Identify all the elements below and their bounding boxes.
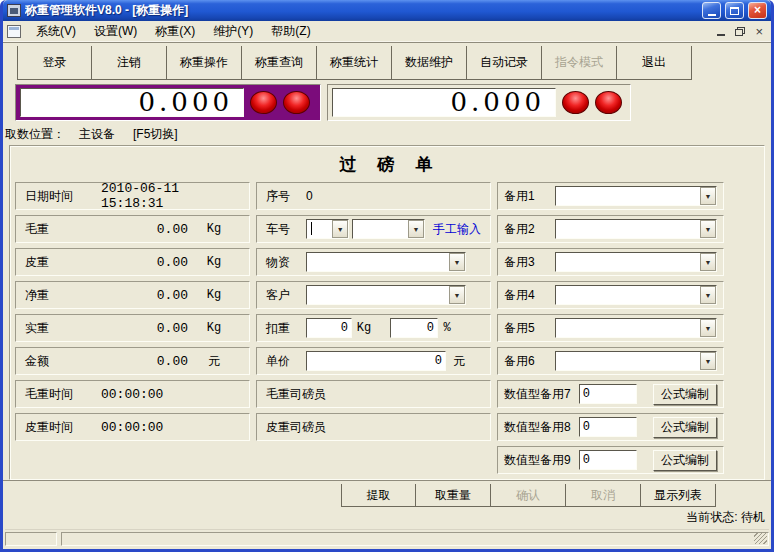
toolbar-button-weigh-statistics[interactable]: 称重统计 (317, 46, 392, 79)
toolbar-button-logout[interactable]: 注销 (92, 46, 167, 79)
spare-5-combo[interactable]: ▼ (555, 318, 717, 338)
toolbar-button-data-maintenance[interactable]: 数据维护 (392, 46, 467, 79)
field-row-numeric-spare-8: 数值型备用8 公式编制 (497, 413, 724, 441)
truck-no-combo-2[interactable]: ▼ (352, 219, 425, 239)
ticket-middle-column: 序号 0 车号 ▼ ▼ 手工输入 物资 (256, 182, 491, 441)
chevron-down-icon: ▼ (700, 253, 716, 271)
spare-1-label: 备用1 (504, 188, 535, 205)
spare-5-combo-field (556, 319, 700, 337)
weight-display-row: 0.000 0.000 (3, 80, 771, 124)
tare-time-label: 皮重时间 (25, 419, 87, 436)
toolbar-button-login[interactable]: 登录 (17, 46, 92, 79)
formula-edit-button-8[interactable]: 公式编制 (653, 417, 717, 438)
footer-button-row: 提取 取重量 确认 取消 显示列表 (3, 480, 771, 507)
field-row-gross-weight: 毛重 0.00 Kg (15, 215, 250, 243)
truck-no-combo-1[interactable]: ▼ (306, 219, 349, 239)
amount-value: 0.00 (87, 354, 188, 369)
serial-value: 0 (306, 189, 313, 203)
chevron-down-icon: ▼ (700, 286, 716, 304)
unit-price-input[interactable] (306, 351, 446, 371)
close-button[interactable]: × (748, 2, 767, 19)
truck-no-label: 车号 (266, 221, 306, 238)
deduction-percent-input[interactable] (390, 318, 438, 338)
main-weight-display-panel: 0.000 (15, 84, 321, 121)
net-weight-label: 净重 (25, 287, 87, 304)
truck-no-combo-1-field (307, 220, 332, 238)
menu-maintenance[interactable]: 维护(Y) (204, 21, 262, 42)
mdi-document-icon[interactable] (7, 25, 21, 38)
field-row-tare-operator: 皮重司磅员 (256, 413, 491, 441)
net-weight-unit: Kg (188, 288, 240, 302)
field-row-spare-1: 备用1 ▼ (497, 182, 724, 210)
footer-button-strip: 提取 取重量 确认 取消 显示列表 (341, 484, 716, 507)
get-weight-button[interactable]: 取重量 (416, 484, 491, 506)
gross-operator-label: 毛重司磅员 (266, 386, 326, 403)
menu-system[interactable]: 系统(V) (27, 21, 85, 42)
main-status-led-2 (283, 91, 310, 114)
resize-grip-icon[interactable] (754, 533, 767, 544)
numeric-spare-7-input[interactable] (579, 384, 637, 404)
deduction-percent-unit: % (438, 321, 456, 335)
amount-label: 金额 (25, 353, 87, 370)
confirm-button: 确认 (491, 484, 566, 506)
current-state-text: 当前状态: 待机 (3, 507, 771, 527)
net-weight-value: 0.00 (87, 288, 188, 303)
main-status-led-1 (250, 91, 277, 114)
source-bar: 取数位置： 主设备 [F5切换] (3, 124, 771, 144)
numeric-spare-9-input[interactable] (579, 450, 637, 470)
field-row-spare-6: 备用6 ▼ (497, 347, 724, 375)
field-row-actual-weight: 实重 0.00 Kg (15, 314, 250, 342)
field-row-spare-2: 备用2 ▼ (497, 215, 724, 243)
manual-input-link[interactable]: 手工输入 (433, 221, 481, 238)
spare-4-label: 备用4 (504, 287, 535, 304)
field-row-numeric-spare-9: 数值型备用9 公式编制 (497, 446, 724, 474)
extract-button[interactable]: 提取 (341, 484, 416, 506)
chevron-down-icon: ▼ (332, 220, 348, 238)
field-row-deduction: 扣重 Kg % (256, 314, 491, 342)
menu-weighing[interactable]: 称重(X) (146, 21, 204, 42)
customer-combo[interactable]: ▼ (306, 285, 466, 305)
spare-6-label: 备用6 (504, 353, 535, 370)
chevron-down-icon: ▼ (449, 286, 465, 304)
menu-bar: 系统(V) 设置(W) 称重(X) 维护(Y) 帮助(Z) × (3, 21, 771, 42)
deduction-kg-input[interactable] (306, 318, 352, 338)
maximize-button[interactable] (725, 2, 744, 19)
status-panel-left (5, 532, 57, 546)
mdi-restore-icon[interactable] (735, 27, 745, 36)
toolbar-button-exit[interactable]: 退出 (617, 46, 692, 79)
toolbar-button-weigh-query[interactable]: 称重查询 (242, 46, 317, 79)
spare-1-combo[interactable]: ▼ (555, 186, 717, 206)
ticket-left-column: 日期时间 2010-06-11 15:18:31 毛重 0.00 Kg 皮重 0… (15, 182, 250, 441)
field-row-gross-time: 毛重时间 00:00:00 (15, 380, 250, 408)
spare-3-combo[interactable]: ▼ (555, 252, 717, 272)
spare-4-combo[interactable]: ▼ (555, 285, 717, 305)
text-cursor (311, 222, 312, 235)
maximize-icon (730, 7, 739, 15)
field-row-customer: 客户 ▼ (256, 281, 491, 309)
spare-2-combo[interactable]: ▼ (555, 219, 717, 239)
secondary-weight-readout: 0.000 (332, 88, 556, 117)
mdi-minimize-icon[interactable] (717, 34, 725, 36)
numeric-spare-8-input[interactable] (579, 417, 637, 437)
menu-settings[interactable]: 设置(W) (85, 21, 146, 42)
material-combo[interactable]: ▼ (306, 252, 466, 272)
mdi-window-controls: × (717, 25, 767, 38)
show-list-button[interactable]: 显示列表 (641, 484, 716, 506)
spare-6-combo[interactable]: ▼ (555, 351, 717, 371)
numeric-spare-8-label: 数值型备用8 (504, 419, 571, 436)
ticket-title: 过 磅 单 (15, 150, 759, 182)
mdi-close-icon[interactable]: × (755, 25, 763, 38)
field-row-amount: 金额 0.00 元 (15, 347, 250, 375)
menu-help[interactable]: 帮助(Z) (262, 21, 319, 42)
formula-edit-button-9[interactable]: 公式编制 (653, 450, 717, 471)
minimize-button[interactable] (702, 2, 721, 19)
toolbar-button-weigh-operation[interactable]: 称重操作 (167, 46, 242, 79)
actual-weight-value: 0.00 (87, 321, 188, 336)
status-bar (5, 529, 769, 547)
toolbar-button-auto-record[interactable]: 自动记录 (467, 46, 542, 79)
toolbar-button-strip: 登录 注销 称重操作 称重查询 称重统计 数据维护 自动记录 指令模式 退出 (17, 46, 692, 80)
field-row-serial: 序号 0 (256, 182, 491, 210)
numeric-spare-7-label: 数值型备用7 (504, 386, 571, 403)
field-row-spare-3: 备用3 ▼ (497, 248, 724, 276)
formula-edit-button-7[interactable]: 公式编制 (653, 384, 717, 405)
